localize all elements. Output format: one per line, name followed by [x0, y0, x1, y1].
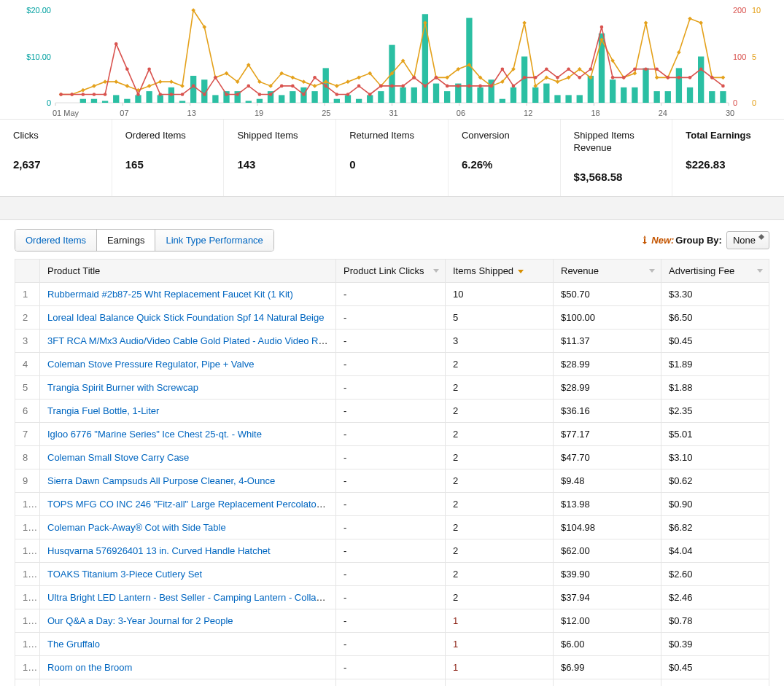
svg-text:30: 30	[726, 109, 734, 117]
svg-point-170	[258, 93, 262, 96]
group-by-select[interactable]: None	[726, 231, 769, 249]
product-link-clicks-cell: -	[336, 445, 446, 469]
svg-text:07: 07	[120, 109, 128, 117]
advertising-fee-cell: $1.88	[661, 375, 769, 399]
table-row: 4Coleman Stove Pressure Regulator, Pipe …	[15, 352, 769, 375]
product-title-cell: TOPS MFG CO INC 246 "Fitz-all" Large Rep…	[40, 492, 336, 515]
stat-conversion: Conversion6.26%	[449, 120, 561, 196]
svg-rect-82	[632, 87, 637, 103]
svg-point-182	[390, 85, 394, 88]
items-shipped-cell: 2	[446, 399, 554, 422]
row-index: 10	[15, 492, 40, 515]
product-link[interactable]: TOPS MFG CO INC 246 "Fitz-all" Large Rep…	[47, 499, 336, 510]
revenue-cell: $28.99	[554, 375, 661, 399]
product-link[interactable]: Igloo 6776 "Marine Series" Ice Chest 25-…	[47, 429, 262, 440]
svg-rect-39	[158, 95, 163, 103]
revenue-cell: $37.94	[554, 585, 661, 609]
product-title-cell: 3FT RCA M/Mx3 Audio/Video Cable Gold Pla…	[40, 329, 336, 352]
product-link-clicks-cell: -	[336, 399, 446, 422]
svg-rect-88	[698, 57, 704, 104]
sort-caret-icon	[649, 269, 655, 273]
items-shipped-cell: 1	[446, 632, 554, 655]
svg-point-177	[335, 93, 339, 96]
svg-rect-35	[113, 95, 119, 103]
advertising-fee-cell: $3.10	[661, 445, 769, 469]
tab-earnings[interactable]: Earnings	[97, 230, 155, 251]
advertising-fee-cell: $0.45	[661, 329, 769, 352]
svg-text:0: 0	[733, 98, 737, 107]
svg-point-164	[192, 85, 195, 88]
svg-rect-99	[147, 84, 152, 88]
product-link[interactable]: Room on the Broom	[47, 662, 132, 673]
tab-link-type-performance[interactable]: Link Type Performance	[155, 230, 273, 251]
product-link-clicks-cell: -	[336, 422, 446, 445]
svg-point-196	[545, 68, 548, 71]
product-link[interactable]: The Gruffalo	[47, 639, 100, 650]
svg-rect-74	[543, 84, 549, 103]
product-link[interactable]: Coleman Pack-Away® Cot with Side Table	[47, 522, 226, 533]
svg-rect-86	[676, 68, 682, 103]
svg-text:31: 31	[389, 109, 398, 117]
col-product-link-clicks[interactable]: Product Link Clicks	[336, 259, 446, 282]
svg-point-187	[446, 85, 449, 88]
product-link[interactable]: Husqvarna 576926401 13 in. Curved Handle…	[47, 545, 271, 556]
product-link[interactable]: Trangia Spirit Burner with Screwcap	[47, 382, 198, 393]
items-shipped-cell: 2	[446, 422, 554, 445]
svg-rect-114	[313, 84, 317, 88]
row-index: 6	[15, 399, 40, 422]
product-link[interactable]: Ultra Bright LED Lantern - Best Seller -…	[47, 592, 336, 603]
svg-point-198	[567, 68, 570, 71]
product-link[interactable]: TOAKS Titanium 3-Piece Cutlery Set	[47, 569, 202, 580]
product-link-clicks-cell: -	[336, 679, 446, 686]
row-index: 4	[15, 352, 40, 375]
product-link[interactable]: Coleman Small Stove Carry Case	[47, 452, 189, 463]
svg-point-202	[611, 76, 615, 79]
table-row: 8Coleman Small Stove Carry Case-2$47.70$…	[15, 445, 769, 469]
product-link[interactable]: Our Q&A a Day: 3-Year Journal for 2 Peop…	[47, 615, 233, 626]
product-link[interactable]: 3FT RCA M/Mx3 Audio/Video Cable Gold Pla…	[47, 335, 336, 346]
table-row: 14Ultra Bright LED Lantern - Best Seller…	[15, 585, 769, 609]
table-row: 5Trangia Spirit Burner with Screwcap-2$2…	[15, 375, 769, 399]
stat-label: Conversion	[462, 130, 547, 142]
svg-point-193	[512, 85, 516, 88]
product-link[interactable]: Trangia Fuel Bottle, 1-Liter	[47, 405, 159, 416]
product-link[interactable]: Sierra Dawn Campsuds All Purpose Cleaner…	[47, 475, 275, 486]
row-index: 7	[15, 422, 40, 445]
svg-rect-117	[346, 79, 350, 84]
table-row: 9Sierra Dawn Campsuds All Purpose Cleane…	[15, 469, 769, 492]
svg-rect-48	[257, 99, 263, 103]
revenue-cell: $13.98	[554, 492, 661, 515]
col-product-title[interactable]: Product Title	[40, 259, 336, 282]
product-link[interactable]: Coleman Stove Pressure Regulator, Pipe +…	[47, 359, 254, 370]
svg-point-160	[147, 68, 151, 71]
revenue-cell: $104.98	[554, 515, 661, 539]
svg-rect-85	[665, 91, 671, 103]
product-link-clicks-cell: -	[336, 352, 446, 375]
report-tabs: Ordered ItemsEarningsLink Type Performan…	[15, 229, 274, 252]
revenue-cell: $8.41	[554, 679, 661, 686]
svg-point-167	[225, 93, 228, 96]
svg-point-178	[346, 93, 350, 96]
svg-rect-147	[677, 50, 681, 55]
revenue-cell: $36.16	[554, 399, 661, 422]
svg-text:200: 200	[733, 6, 746, 15]
svg-rect-151	[721, 76, 726, 80]
stat-ordered-items: Ordered Items165	[112, 120, 225, 196]
svg-point-171	[269, 93, 273, 96]
product-title-cell: Ultra Bright LED Lantern - Best Seller -…	[40, 585, 336, 609]
col-revenue[interactable]: Revenue	[554, 259, 661, 282]
stat-value: $226.83	[686, 158, 771, 171]
svg-rect-59	[378, 91, 384, 103]
product-link[interactable]: Rubbermaid #2b87-25 Wht Replacement Fauc…	[47, 289, 293, 300]
items-shipped-cell: 3	[446, 329, 554, 352]
advertising-fee-cell: $0.45	[661, 655, 769, 679]
col-advertising-fee[interactable]: Advertising Fee	[661, 259, 769, 282]
product-link-clicks-cell: -	[336, 655, 446, 679]
col-items-shipped[interactable]: Items Shipped	[446, 259, 554, 282]
product-link[interactable]: Loreal Ideal Balance Quick Stick Foundat…	[47, 312, 324, 323]
section-gap	[0, 197, 784, 220]
table-row: 33FT RCA M/Mx3 Audio/Video Cable Gold Pl…	[15, 329, 769, 352]
tab-ordered-items[interactable]: Ordered Items	[15, 230, 97, 251]
svg-point-200	[589, 68, 593, 71]
svg-text:19: 19	[255, 109, 263, 117]
